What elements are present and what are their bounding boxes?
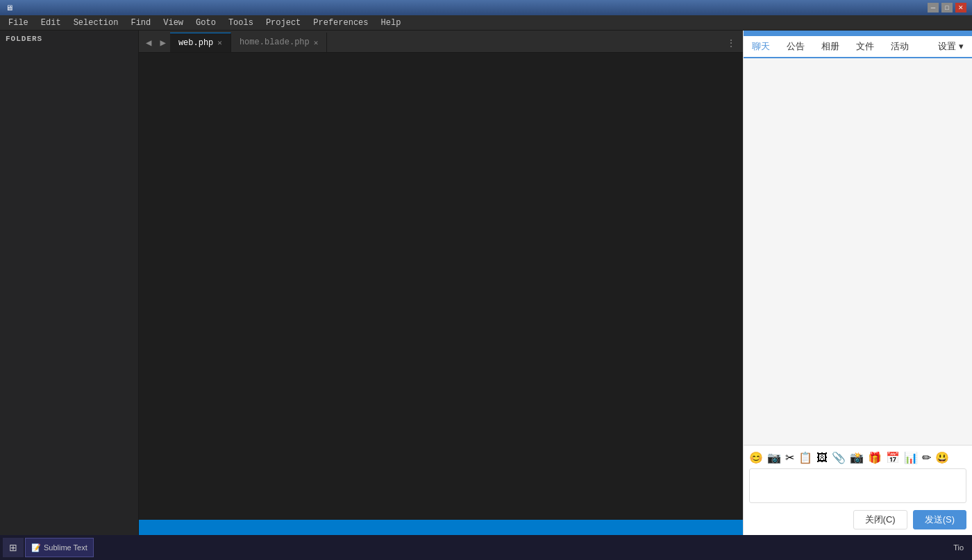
rp-nav-files[interactable]: 文件 [848, 36, 882, 57]
tab-bar: ◀ ▶ web.php ✕ home.blade.php ✕ ⋮ [139, 31, 743, 53]
close-button[interactable]: ✕ [955, 3, 966, 12]
rp-nav-notice[interactable]: 公告 [778, 36, 813, 57]
maximize-button[interactable]: □ [941, 3, 953, 12]
menubar: File Edit Selection Find View Goto Tools… [0, 15, 972, 31]
emoji-chart[interactable]: 📊 [904, 451, 918, 464]
tab-home-blade[interactable]: home.blade.php ✕ [231, 33, 327, 52]
emoji-photo[interactable]: 📸 [850, 451, 864, 464]
menu-selection[interactable]: Selection [68, 17, 124, 29]
emoji-clipboard[interactable]: 📋 [798, 451, 812, 464]
rp-send-button[interactable]: 发送(S) [913, 510, 966, 529]
menu-view[interactable]: View [158, 17, 189, 29]
menu-edit[interactable]: Edit [35, 17, 67, 29]
taskbar-time: Tio [948, 543, 969, 552]
taskbar-sublime[interactable]: 📝 Sublime Text [25, 538, 94, 557]
rp-nav-album[interactable]: 相册 [813, 36, 848, 57]
taskbar-sublime-label: Sublime Text [44, 543, 87, 552]
sidebar-section-title: FOLDERS [0, 31, 138, 46]
statusbar [139, 520, 743, 535]
menu-help[interactable]: Help [376, 17, 407, 29]
emoji-smile2[interactable]: 😃 [935, 451, 949, 464]
taskbar-start[interactable]: ⊞ [3, 538, 24, 557]
tab-more-button[interactable]: ⋮ [722, 35, 740, 52]
menu-goto[interactable]: Goto [190, 17, 221, 29]
right-panel: 聊天 公告 相册 文件 活动 设置 ▾ 😊 📷 ✂ 📋 🖼 📎 📸 🎁 📅 📊 [743, 31, 972, 535]
tab-web-php[interactable]: web.php ✕ [170, 33, 231, 52]
emoji-image[interactable]: 🖼 [816, 451, 828, 464]
rp-nav-chat[interactable]: 聊天 [744, 36, 778, 58]
minimize-button[interactable]: ─ [928, 3, 939, 12]
main-area: FOLDERS ◀ ▶ web.php ✕ home.blade.php ✕ ⋮ [0, 31, 972, 535]
tab-home-blade-close[interactable]: ✕ [314, 38, 319, 47]
rp-input-area: 😊 📷 ✂ 📋 🖼 📎 📸 🎁 📅 📊 ✏ 😃 关闭(C) 发送(S) [744, 445, 972, 535]
tab-home-blade-label: home.blade.php [240, 37, 310, 47]
line-numbers [139, 53, 147, 520]
menu-find[interactable]: Find [125, 17, 156, 29]
tab-web-php-close[interactable]: ✕ [217, 38, 222, 47]
menu-file[interactable]: File [3, 17, 34, 29]
sidebar: FOLDERS [0, 31, 139, 535]
rp-emoji-bar: 😊 📷 ✂ 📋 🖼 📎 📸 🎁 📅 📊 ✏ 😃 [749, 451, 966, 464]
rp-nav-activity[interactable]: 活动 [882, 36, 917, 57]
taskbar: ⊞ 📝 Sublime Text Tio [0, 535, 972, 560]
tab-web-php-label: web.php [178, 38, 213, 48]
emoji-pencil[interactable]: ✏ [922, 451, 931, 464]
emoji-camera[interactable]: 📷 [767, 451, 781, 464]
tab-nav-right[interactable]: ▶ [156, 33, 169, 52]
emoji-calendar[interactable]: 📅 [886, 451, 900, 464]
rp-actions: 关闭(C) 发送(S) [749, 510, 966, 529]
editor-area: ◀ ▶ web.php ✕ home.blade.php ✕ ⋮ [139, 31, 743, 535]
menu-preferences[interactable]: Preferences [308, 17, 374, 29]
menu-tools[interactable]: Tools [223, 17, 259, 29]
code-content[interactable] [147, 53, 743, 520]
titlebar-icon: 🖥 [6, 3, 13, 12]
emoji-scissors[interactable]: ✂ [785, 451, 794, 464]
rp-message-input[interactable] [749, 468, 966, 503]
code-editor[interactable] [139, 53, 743, 520]
rp-messages [744, 58, 972, 445]
tab-nav-left[interactable]: ◀ [142, 33, 156, 52]
taskbar-sublime-icon: 📝 [31, 543, 41, 552]
titlebar: 🖥 ─ □ ✕ [0, 0, 972, 15]
menu-project[interactable]: Project [260, 17, 306, 29]
rp-header [744, 31, 972, 36]
rp-nav: 聊天 公告 相册 文件 活动 设置 ▾ [744, 36, 972, 58]
emoji-gift[interactable]: 🎁 [868, 451, 882, 464]
emoji-smiley[interactable]: 😊 [749, 451, 763, 464]
rp-cancel-button[interactable]: 关闭(C) [853, 510, 907, 529]
emoji-paperclip[interactable]: 📎 [832, 451, 846, 464]
rp-nav-settings[interactable]: 设置 ▾ [930, 36, 972, 57]
